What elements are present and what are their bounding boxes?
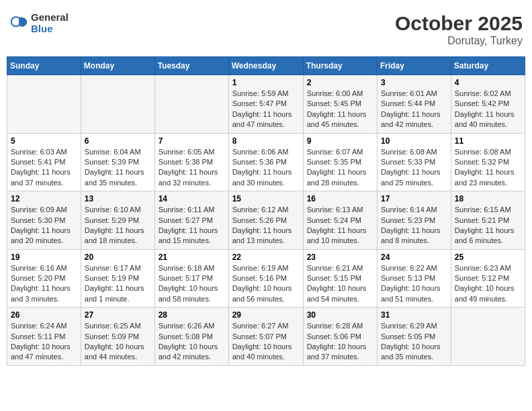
logo: General Blue (9, 12, 69, 34)
day-number: 25 (455, 253, 521, 262)
day-number: 10 (381, 136, 447, 146)
day-info: Sunrise: 6:13 AM Sunset: 5:24 PM Dayligh… (307, 205, 373, 246)
calendar-day-cell: 10Sunrise: 6:08 AM Sunset: 5:33 PM Dayli… (377, 133, 451, 191)
calendar-day-cell (154, 75, 228, 134)
weekday-header-cell: Saturday (451, 57, 525, 75)
calendar-day-cell: 31Sunrise: 6:29 AM Sunset: 5:05 PM Dayli… (377, 308, 451, 366)
day-info: Sunrise: 6:21 AM Sunset: 5:15 PM Dayligh… (307, 263, 373, 305)
day-number: 8 (232, 136, 300, 146)
day-info: Sunrise: 6:27 AM Sunset: 5:07 PM Dayligh… (232, 321, 300, 363)
day-info: Sunrise: 6:25 AM Sunset: 5:09 PM Dayligh… (85, 321, 151, 363)
day-number: 30 (307, 310, 373, 320)
day-info: Sunrise: 6:07 AM Sunset: 5:35 PM Dayligh… (307, 147, 373, 189)
calendar-day-cell (81, 75, 154, 134)
calendar-week-row: 19Sunrise: 6:16 AM Sunset: 5:20 PM Dayli… (7, 249, 525, 308)
calendar-table: SundayMondayTuesdayWednesdayThursdayFrid… (7, 56, 525, 366)
day-info: Sunrise: 6:15 AM Sunset: 5:21 PM Dayligh… (455, 205, 521, 246)
day-number: 18 (455, 194, 521, 203)
day-number: 2 (307, 78, 373, 87)
day-number: 12 (11, 194, 77, 203)
calendar-day-cell: 2Sunrise: 6:00 AM Sunset: 5:45 PM Daylig… (303, 75, 377, 134)
day-number: 15 (232, 194, 300, 203)
day-number: 20 (85, 253, 151, 262)
day-number: 16 (307, 194, 373, 203)
day-number: 11 (455, 136, 521, 146)
calendar-week-row: 1Sunrise: 5:59 AM Sunset: 5:47 PM Daylig… (7, 75, 525, 134)
month-title: October 2025 (395, 12, 523, 35)
day-number: 3 (381, 78, 447, 87)
calendar-day-cell: 7Sunrise: 6:05 AM Sunset: 5:38 PM Daylig… (154, 133, 228, 191)
day-info: Sunrise: 6:24 AM Sunset: 5:11 PM Dayligh… (11, 321, 77, 363)
calendar-day-cell: 23Sunrise: 6:21 AM Sunset: 5:15 PM Dayli… (303, 249, 377, 308)
day-number: 24 (381, 253, 447, 262)
day-number: 1 (232, 78, 300, 87)
day-number: 17 (381, 194, 447, 203)
day-info: Sunrise: 6:23 AM Sunset: 5:12 PM Dayligh… (455, 263, 521, 305)
day-number: 28 (159, 310, 225, 320)
weekday-header-cell: Wednesday (228, 57, 303, 75)
day-info: Sunrise: 6:00 AM Sunset: 5:45 PM Dayligh… (307, 89, 373, 130)
weekday-header-cell: Sunday (7, 57, 81, 75)
logo-icon (9, 14, 28, 33)
day-info: Sunrise: 6:16 AM Sunset: 5:20 PM Dayligh… (11, 263, 77, 305)
day-number: 31 (381, 310, 447, 320)
day-info: Sunrise: 6:28 AM Sunset: 5:06 PM Dayligh… (307, 321, 373, 363)
day-number: 14 (159, 194, 225, 203)
calendar-day-cell: 20Sunrise: 6:17 AM Sunset: 5:19 PM Dayli… (81, 249, 154, 308)
day-number: 7 (159, 136, 225, 146)
calendar-day-cell: 17Sunrise: 6:14 AM Sunset: 5:23 PM Dayli… (377, 191, 451, 250)
day-info: Sunrise: 6:01 AM Sunset: 5:44 PM Dayligh… (381, 89, 447, 130)
day-info: Sunrise: 6:03 AM Sunset: 5:41 PM Dayligh… (11, 147, 77, 189)
header: General Blue October 2025 Dorutay, Turke… (7, 7, 525, 52)
day-info: Sunrise: 6:14 AM Sunset: 5:23 PM Dayligh… (381, 205, 447, 246)
day-number: 4 (455, 78, 521, 87)
day-info: Sunrise: 6:09 AM Sunset: 5:30 PM Dayligh… (11, 205, 77, 246)
calendar-week-row: 12Sunrise: 6:09 AM Sunset: 5:30 PM Dayli… (7, 191, 525, 250)
day-number: 23 (307, 253, 373, 262)
logo-general-text: General (31, 12, 69, 24)
calendar-day-cell: 25Sunrise: 6:23 AM Sunset: 5:12 PM Dayli… (451, 249, 525, 308)
day-info: Sunrise: 6:17 AM Sunset: 5:19 PM Dayligh… (85, 263, 151, 305)
day-number: 5 (11, 136, 77, 146)
day-number: 19 (11, 253, 77, 262)
day-number: 29 (232, 310, 300, 320)
calendar-day-cell: 12Sunrise: 6:09 AM Sunset: 5:30 PM Dayli… (7, 191, 81, 250)
day-info: Sunrise: 6:06 AM Sunset: 5:36 PM Dayligh… (232, 147, 300, 189)
calendar-day-cell: 18Sunrise: 6:15 AM Sunset: 5:21 PM Dayli… (451, 191, 525, 250)
day-number: 21 (159, 253, 225, 262)
calendar-week-row: 5Sunrise: 6:03 AM Sunset: 5:41 PM Daylig… (7, 133, 525, 191)
calendar-week-row: 26Sunrise: 6:24 AM Sunset: 5:11 PM Dayli… (7, 308, 525, 366)
day-info: Sunrise: 6:18 AM Sunset: 5:17 PM Dayligh… (159, 263, 225, 305)
day-number: 27 (85, 310, 151, 320)
calendar-day-cell: 29Sunrise: 6:27 AM Sunset: 5:07 PM Dayli… (228, 308, 303, 366)
day-info: Sunrise: 6:04 AM Sunset: 5:39 PM Dayligh… (85, 147, 151, 189)
calendar-day-cell (7, 75, 81, 134)
calendar-day-cell: 11Sunrise: 6:08 AM Sunset: 5:32 PM Dayli… (451, 133, 525, 191)
day-info: Sunrise: 5:59 AM Sunset: 5:47 PM Dayligh… (232, 89, 300, 130)
logo-blue-text: Blue (31, 24, 69, 35)
calendar-day-cell: 15Sunrise: 6:12 AM Sunset: 5:26 PM Dayli… (228, 191, 303, 250)
day-number: 9 (307, 136, 373, 146)
day-number: 26 (11, 310, 77, 320)
calendar-day-cell: 8Sunrise: 6:06 AM Sunset: 5:36 PM Daylig… (228, 133, 303, 191)
title-block: October 2025 Dorutay, Turkey (395, 12, 523, 47)
day-info: Sunrise: 6:22 AM Sunset: 5:13 PM Dayligh… (381, 263, 447, 305)
weekday-header-cell: Monday (81, 57, 154, 75)
day-info: Sunrise: 6:08 AM Sunset: 5:32 PM Dayligh… (455, 147, 521, 189)
day-info: Sunrise: 6:05 AM Sunset: 5:38 PM Dayligh… (159, 147, 225, 189)
day-info: Sunrise: 6:19 AM Sunset: 5:16 PM Dayligh… (232, 263, 300, 305)
calendar-day-cell: 16Sunrise: 6:13 AM Sunset: 5:24 PM Dayli… (303, 191, 377, 250)
day-info: Sunrise: 6:26 AM Sunset: 5:08 PM Dayligh… (159, 321, 225, 363)
calendar-day-cell: 30Sunrise: 6:28 AM Sunset: 5:06 PM Dayli… (303, 308, 377, 366)
day-info: Sunrise: 6:29 AM Sunset: 5:05 PM Dayligh… (381, 321, 447, 363)
weekday-header-cell: Thursday (303, 57, 377, 75)
day-number: 22 (232, 253, 300, 262)
day-info: Sunrise: 6:02 AM Sunset: 5:42 PM Dayligh… (455, 89, 521, 130)
calendar-body: 1Sunrise: 5:59 AM Sunset: 5:47 PM Daylig… (7, 75, 525, 366)
weekday-header-cell: Friday (377, 57, 451, 75)
calendar-day-cell: 21Sunrise: 6:18 AM Sunset: 5:17 PM Dayli… (154, 249, 228, 308)
calendar-day-cell (451, 308, 525, 366)
calendar-day-cell: 26Sunrise: 6:24 AM Sunset: 5:11 PM Dayli… (7, 308, 81, 366)
day-number: 6 (85, 136, 151, 146)
day-info: Sunrise: 6:12 AM Sunset: 5:26 PM Dayligh… (232, 205, 300, 246)
